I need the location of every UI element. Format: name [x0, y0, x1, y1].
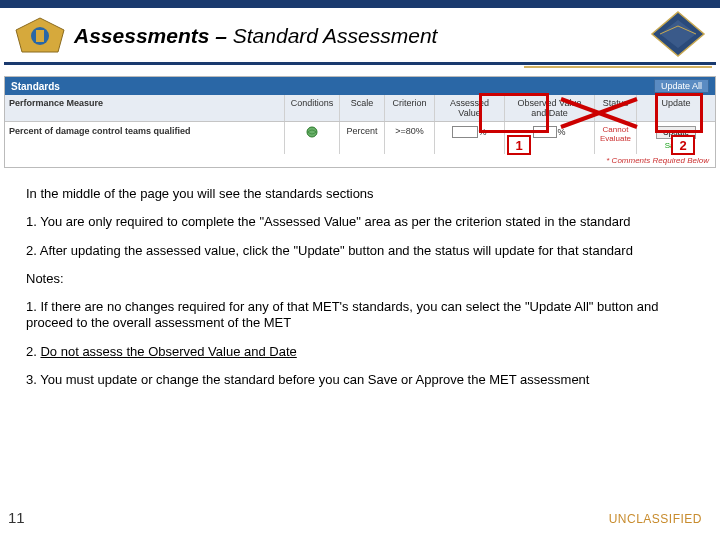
note-2-underline: Do not assess the Observed Value and Dat…: [40, 344, 296, 359]
standards-screenshot: Standards Update All Performance Measure…: [4, 76, 716, 168]
status-cannot-line2: Evaluate: [599, 135, 632, 144]
column-headers: Performance Measure Conditions Scale Cri…: [5, 95, 715, 122]
callout-2-label: 2: [679, 138, 686, 153]
cell-assessed-value: %: [435, 122, 505, 154]
point-1: 1. You are only required to complete the…: [26, 214, 694, 230]
col-scale: Scale: [340, 95, 385, 121]
title-bold: Assessments –: [74, 24, 233, 47]
top-accent-bar: [0, 0, 720, 8]
standards-label: Standards: [11, 81, 60, 92]
header: Assessments – Standard Assessment: [0, 8, 720, 62]
globe-icon[interactable]: [306, 126, 318, 138]
av-suffix: %: [478, 127, 486, 137]
update-all-button[interactable]: Update All: [654, 79, 709, 93]
intro-text: In the middle of the page you will see t…: [26, 186, 694, 202]
col-update: Update: [637, 95, 715, 121]
header-rule: [0, 62, 720, 68]
observed-value-input[interactable]: [533, 126, 557, 138]
note-3: 3. You must update or change the standar…: [26, 372, 694, 388]
cell-status: Cannot Evaluate: [595, 122, 637, 154]
col-status: Status: [595, 95, 637, 121]
col-criterion: Criterion: [385, 95, 435, 121]
col-conditions: Conditions: [285, 95, 340, 121]
title-rest: Standard Assessment: [233, 24, 438, 47]
logo-left-emblem-icon: [14, 16, 66, 56]
classification-label: UNCLASSIFIED: [609, 512, 702, 526]
notes-label: Notes:: [26, 271, 694, 287]
col-performance-measure: Performance Measure: [5, 95, 285, 121]
page-title: Assessments – Standard Assessment: [74, 24, 437, 48]
note-1: 1. If there are no changes required for …: [26, 299, 694, 332]
note-2: 2. Do not assess the Observed Value and …: [26, 344, 694, 360]
logo-right-emblem-icon: [650, 10, 706, 58]
body-content: In the middle of the page you will see t…: [0, 168, 720, 388]
point-2: 2. After updating the assessed value, cl…: [26, 243, 694, 259]
standards-header-bar: Standards Update All: [5, 77, 715, 95]
col-observed-value-date: Observed Value and Date: [505, 95, 595, 121]
cell-performance-measure: Percent of damage control teams qualifie…: [5, 122, 285, 154]
note-2-prefix: 2.: [26, 344, 40, 359]
assessed-value-input[interactable]: [452, 126, 478, 138]
comments-required-note: * Comments Required Below: [5, 154, 715, 167]
ov-suffix: %: [557, 127, 565, 137]
cell-scale: Percent: [340, 122, 385, 154]
svg-rect-2: [36, 30, 44, 42]
callout-1-label: 1: [515, 138, 522, 153]
callout-2: 2: [671, 135, 695, 155]
page-number: 11: [8, 509, 25, 526]
table-row: Percent of damage control teams qualifie…: [5, 122, 715, 154]
cell-conditions: [285, 122, 340, 154]
svg-point-5: [307, 127, 317, 137]
callout-1: 1: [507, 135, 531, 155]
cell-criterion: >=80%: [385, 122, 435, 154]
col-assessed-value: Assessed Value: [435, 95, 505, 121]
